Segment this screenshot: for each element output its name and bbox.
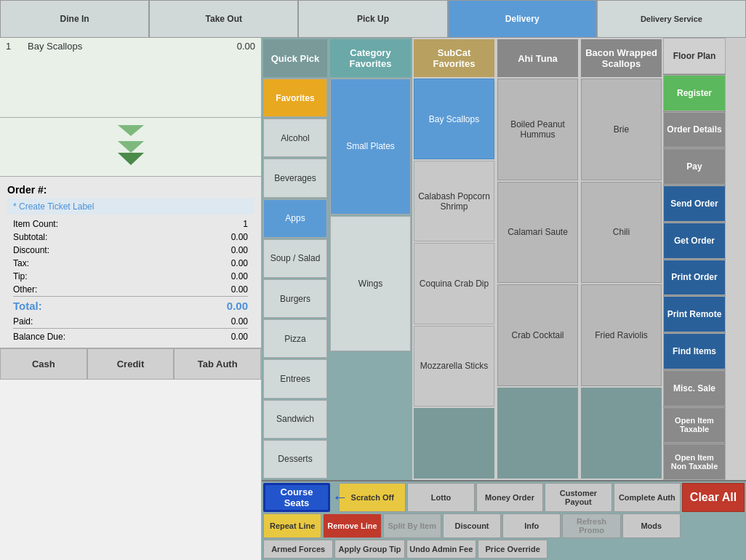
register-button[interactable]: Register <box>663 75 726 111</box>
crab-cocktail-button[interactable]: Crab Cocktail <box>497 284 578 386</box>
favorites-button[interactable]: Favorites <box>263 79 327 117</box>
open-item-taxable-button[interactable]: Open Item Taxable <box>663 407 726 444</box>
apply-group-tip-button[interactable]: Apply Group Tip <box>334 540 404 559</box>
tax-label: Tax: <box>13 258 29 268</box>
armed-forces-button[interactable]: Armed Forces <box>263 540 333 559</box>
pay-button[interactable]: Pay <box>663 148 726 185</box>
create-ticket-label[interactable]: * Create Ticket Label <box>7 199 254 215</box>
send-order-button[interactable]: Send Order <box>663 185 726 222</box>
tab-dine-in[interactable]: Dine In <box>0 0 149 38</box>
soup-salad-button[interactable]: Soup / Salad <box>263 239 327 278</box>
split-by-item-button[interactable]: Split By Item <box>383 513 441 538</box>
svg-marker-1 <box>118 141 144 153</box>
beverages-button[interactable]: Beverages <box>263 159 327 197</box>
tab-auth-button[interactable]: Tab Auth <box>174 348 261 380</box>
misc-sale-button[interactable]: Misc. Sale <box>663 370 726 407</box>
item-name: Bay Scallops <box>28 41 212 52</box>
scroll-arrows <box>0 118 261 176</box>
alcohol-button[interactable]: Alcohol <box>263 119 327 157</box>
svg-marker-2 <box>118 153 144 165</box>
undo-admin-fee-button[interactable]: Undo Admin Fee <box>406 540 476 559</box>
customer-payout-button[interactable]: Customer Payout <box>545 483 611 512</box>
mozzarella-sticks-button[interactable]: Mozzarella Sticks <box>414 326 494 407</box>
get-order-button[interactable]: Get Order <box>663 223 726 259</box>
print-remote-button[interactable]: Print Remote <box>663 296 726 332</box>
repeat-line-button[interactable]: Repeat Line <box>263 513 321 538</box>
entrees-button[interactable]: Entrees <box>263 359 327 398</box>
apps-button[interactable]: Apps <box>263 199 327 238</box>
order-number: Order #: <box>7 181 254 199</box>
order-details-button[interactable]: Order Details <box>663 112 726 148</box>
find-items-button[interactable]: Find Items <box>663 333 726 369</box>
lotto-button[interactable]: Lotto <box>407 483 474 512</box>
total-value: 0.00 <box>227 300 248 312</box>
print-order-button[interactable]: Print Order <box>663 260 726 296</box>
floor-plan-button[interactable]: Floor Plan <box>663 38 726 74</box>
calabash-popcorn-shrimp-button[interactable]: Calabash Popcorn Shrimp <box>414 161 494 241</box>
open-item-non-taxable-button[interactable]: Open Item Non Taxable <box>663 444 726 480</box>
tax-value: 0.00 <box>231 258 248 268</box>
item-price: 0.00 <box>212 41 255 52</box>
desserts-button[interactable]: Desserts <box>263 440 327 479</box>
discount-button[interactable]: Discount <box>443 513 501 538</box>
discount-value: 0.00 <box>231 245 248 255</box>
balance-label: Balance Due: <box>13 332 65 342</box>
fried-raviolis-button[interactable]: Fried Raviolis <box>581 284 662 386</box>
paid-value: 0.00 <box>231 316 248 327</box>
total-label: Total: <box>13 300 42 312</box>
tip-label: Tip: <box>13 271 28 281</box>
brie-button[interactable]: Brie <box>581 79 662 180</box>
calamari-saute-button[interactable]: Calamari Saute <box>497 182 578 284</box>
category-favorites-header: Category Favorites <box>330 39 411 77</box>
scratch-off-button[interactable]: Scratch Off <box>339 483 406 512</box>
subtotal-label: Subtotal: <box>13 232 47 242</box>
ahi-tuna-header: Ahi Tuna <box>497 39 578 77</box>
paid-label: Paid: <box>13 316 33 327</box>
item-count-label: Item Count: <box>13 219 58 229</box>
tab-pick-up[interactable]: Pick Up <box>298 0 447 38</box>
coquina-crab-dip-button[interactable]: Coquina Crab Dip <box>414 243 494 324</box>
course-seats-button[interactable]: Course Seats← <box>263 483 330 512</box>
bacon-wrapped-header: Bacon Wrapped Scallops <box>581 39 662 77</box>
tab-take-out[interactable]: Take Out <box>149 0 298 38</box>
boiled-peanut-hummus-button[interactable]: Boiled Peanut Hummus <box>497 79 578 180</box>
item-count-value: 1 <box>243 219 248 229</box>
pizza-button[interactable]: Pizza <box>263 319 327 358</box>
order-item-row: 1 Bay Scallops 0.00 <box>0 38 261 55</box>
money-order-button[interactable]: Money Order <box>476 483 543 512</box>
svg-marker-0 <box>118 125 144 136</box>
sandwich-button[interactable]: Sandwich <box>263 400 327 439</box>
clear-all-button[interactable]: Clear All <box>682 483 745 512</box>
refresh-promo-button[interactable]: Refresh Promo <box>562 513 620 538</box>
tab-delivery[interactable]: Delivery <box>448 0 597 38</box>
credit-button[interactable]: Credit <box>87 348 175 380</box>
wings-button[interactable]: Wings <box>330 216 411 352</box>
tip-value: 0.00 <box>231 271 248 281</box>
price-override-button[interactable]: Price Override <box>478 540 548 559</box>
subcat-favorites-header: SubCat Favorites <box>414 39 494 77</box>
balance-value: 0.00 <box>231 332 248 342</box>
other-value: 0.00 <box>231 284 248 295</box>
subtotal-value: 0.00 <box>231 232 248 242</box>
chili-button[interactable]: Chili <box>581 182 662 284</box>
cash-button[interactable]: Cash <box>0 348 87 380</box>
discount-label: Discount: <box>13 245 49 255</box>
remove-line-button[interactable]: Remove Line <box>323 513 381 538</box>
tab-delivery-service[interactable]: Delivery Service <box>597 0 746 38</box>
complete-auth-button[interactable]: Complete Auth <box>614 483 681 512</box>
mods-button[interactable]: Mods <box>622 513 681 538</box>
item-qty: 1 <box>6 41 28 52</box>
burgers-button[interactable]: Burgers <box>263 279 327 318</box>
quick-pick-header: Quick Pick <box>263 39 327 77</box>
small-plates-button[interactable]: Small Plates <box>330 79 411 215</box>
bay-scallops-button[interactable]: Bay Scallops <box>414 79 494 159</box>
info-button[interactable]: Info <box>502 513 561 538</box>
other-label: Other: <box>13 284 37 295</box>
